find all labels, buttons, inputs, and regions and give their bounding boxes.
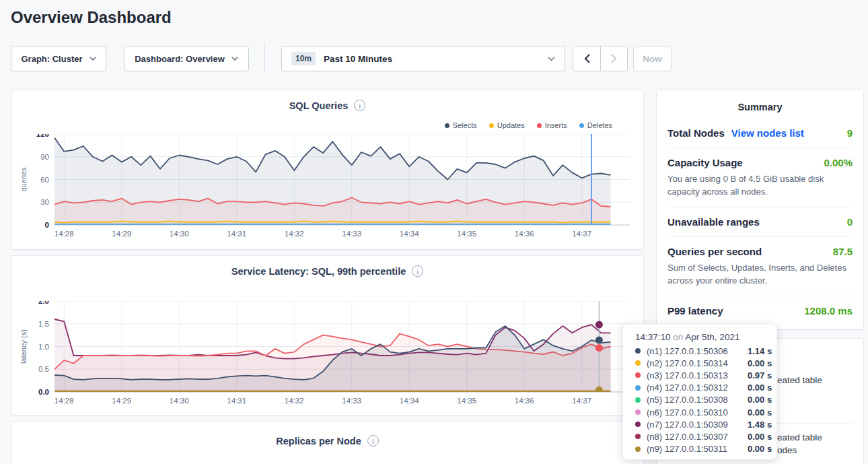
legend-dot-icon bbox=[579, 123, 584, 128]
summary-label: Total Nodes bbox=[667, 127, 725, 139]
event-text-fragment: odes bbox=[777, 445, 797, 455]
info-icon[interactable]: i bbox=[354, 100, 365, 111]
summary-panel: Summary Total NodesView nodes list9Capac… bbox=[656, 90, 864, 330]
svg-text:14:34: 14:34 bbox=[400, 230, 419, 238]
chevron-down-icon bbox=[89, 57, 96, 61]
time-range-dropdown[interactable]: 10m Past 10 Minutes bbox=[281, 46, 565, 71]
node-color-dot-icon bbox=[635, 409, 641, 415]
summary-row: P99 latency1208.0 ms bbox=[667, 296, 853, 325]
legend-item-updates[interactable]: Updates bbox=[489, 121, 525, 129]
node-color-dot-icon bbox=[635, 422, 641, 427]
chevron-left-icon bbox=[584, 54, 590, 63]
svg-text:14:31: 14:31 bbox=[227, 397, 246, 405]
now-button[interactable]: Now bbox=[633, 46, 672, 71]
legend-item-deletes[interactable]: Deletes bbox=[579, 121, 612, 129]
chevron-down-icon bbox=[548, 57, 555, 61]
svg-text:120: 120 bbox=[36, 134, 49, 138]
node-color-dot-icon bbox=[635, 397, 641, 403]
summary-desc: You are using 0 B of 4.5 GiB usable disk… bbox=[667, 172, 853, 198]
svg-text:30: 30 bbox=[40, 198, 49, 206]
summary-title: Summary bbox=[657, 90, 863, 119]
tooltip-date: Apr 5th, 2021 bbox=[685, 332, 739, 342]
summary-desc: Sum of Selects, Updates, Inserts, and De… bbox=[667, 261, 853, 287]
svg-text:14:37: 14:37 bbox=[572, 397, 591, 405]
info-icon[interactable]: i bbox=[367, 435, 379, 446]
legend-item-inserts[interactable]: Inserts bbox=[537, 121, 567, 129]
event-text-fragment: eated table bbox=[777, 375, 822, 385]
view-nodes-list-link[interactable]: View nodes list bbox=[731, 127, 804, 139]
info-icon[interactable]: i bbox=[412, 265, 423, 277]
latency-chart-card: Service Latency: SQL, 99th percentile i … bbox=[11, 255, 644, 416]
legend-item-selects[interactable]: Selects bbox=[445, 121, 477, 129]
svg-text:0: 0 bbox=[45, 221, 49, 229]
tooltip-node-row: (n7) 127.0.0.1:503091.48 s bbox=[635, 418, 776, 430]
time-next-button[interactable] bbox=[600, 46, 627, 71]
dashboard-dropdown-label: Dashboard: Overview bbox=[135, 54, 225, 64]
node-color-dot-icon bbox=[635, 446, 641, 452]
sql-queries-chart[interactable]: 120906030014:2814:2914:3014:3114:3214:33… bbox=[11, 134, 645, 243]
tooltip-node-row: (n6) 127.0.0.1:503100.00 s bbox=[635, 406, 776, 418]
svg-text:0.5: 0.5 bbox=[38, 365, 49, 373]
svg-text:14:30: 14:30 bbox=[170, 230, 189, 238]
graph-dropdown[interactable]: Graph: Cluster bbox=[11, 46, 106, 71]
chevron-right-icon bbox=[611, 54, 617, 63]
summary-label: P99 latency bbox=[667, 305, 723, 317]
time-prev-button[interactable] bbox=[573, 46, 600, 71]
summary-row: Capacity Usage0.00%You are using 0 B of … bbox=[667, 147, 853, 207]
tooltip-node-row: (n5) 127.0.0.1:503080.00 s bbox=[635, 394, 776, 406]
svg-text:14:36: 14:36 bbox=[515, 397, 534, 405]
svg-text:14:32: 14:32 bbox=[285, 230, 304, 238]
node-address: (n4) 127.0.0.1:50312 bbox=[647, 383, 748, 393]
tooltip-node-row: (n4) 127.0.0.1:503120.00 s bbox=[635, 382, 776, 394]
summary-rows: Total NodesView nodes list9Capacity Usag… bbox=[657, 119, 863, 325]
node-latency-value: 1.14 s bbox=[748, 346, 772, 356]
tooltip-sep: on bbox=[671, 332, 686, 342]
svg-text:14:29: 14:29 bbox=[112, 397, 131, 405]
node-latency-value: 0.97 s bbox=[748, 370, 772, 380]
svg-text:14:33: 14:33 bbox=[342, 230, 361, 238]
legend-dot-icon bbox=[445, 123, 449, 128]
svg-text:queries: queries bbox=[20, 167, 28, 192]
svg-text:latency (s): latency (s) bbox=[20, 329, 28, 364]
latency-chart[interactable]: 2.01.51.00.50.014:2814:2914:3014:3114:32… bbox=[11, 301, 645, 410]
event-text-fragment: eated table bbox=[777, 432, 822, 442]
svg-text:14:35: 14:35 bbox=[457, 230, 476, 238]
node-address: (n6) 127.0.0.1:50310 bbox=[647, 407, 748, 418]
summary-value: 0.00% bbox=[824, 157, 853, 168]
node-latency-value: 0.00 s bbox=[748, 407, 772, 418]
node-color-dot-icon bbox=[635, 348, 641, 354]
summary-label: Unavailable ranges bbox=[667, 216, 760, 228]
dashboard-dropdown[interactable]: Dashboard: Overview bbox=[124, 46, 249, 71]
svg-text:1.0: 1.0 bbox=[38, 343, 49, 351]
latency-hover-tooltip: 14:37:10 on Apr 5th, 2021 (n1) 127.0.0.1… bbox=[622, 324, 777, 460]
svg-text:14:35: 14:35 bbox=[457, 397, 476, 405]
chart-legend: SelectsUpdatesInsertsDeletes bbox=[445, 121, 612, 129]
node-color-dot-icon bbox=[635, 372, 641, 378]
node-latency-value: 0.00 s bbox=[748, 383, 772, 393]
page-title: Overview Dashboard bbox=[11, 8, 172, 27]
tooltip-node-rows: (n1) 127.0.0.1:503061.14 s(n2) 127.0.0.1… bbox=[635, 345, 776, 455]
node-color-dot-icon bbox=[635, 360, 641, 366]
legend-label: Selects bbox=[453, 121, 477, 129]
node-latency-value: 1.48 s bbox=[748, 420, 772, 430]
summary-value: 0 bbox=[847, 216, 853, 228]
page-root: Overview Dashboard Graph: Cluster Dashbo… bbox=[0, 0, 868, 464]
svg-text:60: 60 bbox=[40, 176, 49, 184]
tooltip-node-row: (n2) 127.0.0.1:503140.00 s bbox=[635, 357, 776, 369]
node-color-dot-icon bbox=[635, 385, 641, 391]
replicas-chart-card: Replicas per Node i bbox=[11, 421, 644, 464]
legend-dot-icon bbox=[537, 123, 542, 128]
svg-text:14:37: 14:37 bbox=[572, 230, 591, 238]
summary-label: Queries per second bbox=[667, 246, 762, 257]
node-color-dot-icon bbox=[635, 434, 641, 439]
summary-label: Capacity Usage bbox=[667, 157, 743, 168]
svg-text:14:36: 14:36 bbox=[515, 230, 534, 238]
node-address: (n7) 127.0.0.1:50309 bbox=[647, 420, 748, 430]
svg-text:14:29: 14:29 bbox=[112, 230, 131, 238]
node-address: (n8) 127.0.0.1:50307 bbox=[647, 432, 748, 442]
svg-text:14:32: 14:32 bbox=[285, 397, 304, 405]
node-address: (n9) 127.0.0.1:50311 bbox=[647, 444, 748, 454]
chart-title: SQL Queries bbox=[289, 100, 349, 111]
summary-value: 1208.0 ms bbox=[804, 305, 853, 317]
svg-text:14:33: 14:33 bbox=[342, 397, 361, 405]
